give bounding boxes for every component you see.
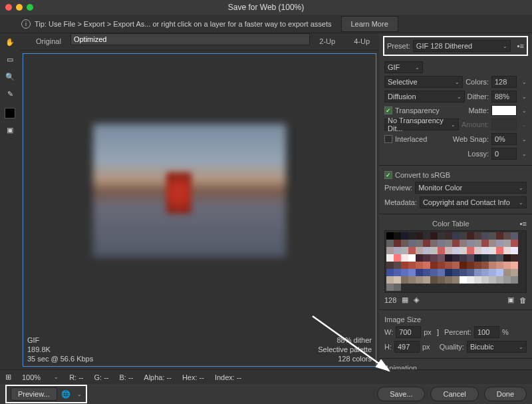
color-swatch[interactable] [438,240,445,247]
color-swatch[interactable] [423,262,430,269]
color-swatch[interactable] [438,269,445,276]
color-swatch[interactable] [386,254,394,262]
color-swatch[interactable] [460,254,467,262]
color-swatch[interactable] [408,262,416,269]
color-swatch[interactable] [445,262,452,269]
color-swatch[interactable] [467,232,474,240]
color-swatch[interactable] [423,232,430,240]
ct-icon[interactable]: ▣ [507,296,514,304]
color-swatch[interactable] [496,247,503,254]
trash-icon[interactable]: 🗑 [519,296,527,304]
color-swatch[interactable] [467,276,474,284]
color-swatch[interactable] [445,254,452,262]
color-swatch[interactable] [452,240,460,247]
color-swatch[interactable] [511,262,518,269]
color-swatch[interactable] [503,276,511,284]
color-swatch[interactable] [474,269,481,276]
color-swatch[interactable] [467,254,474,262]
color-swatch[interactable] [386,276,394,284]
transparency-checkbox[interactable]: ✓ [384,106,392,114]
color-table-menu-icon[interactable]: ▪≡ [520,220,527,228]
color-swatch[interactable] [394,284,401,291]
browser-icon[interactable]: 🌐 [61,390,70,399]
websnap-input[interactable]: 0% [491,133,517,145]
learn-more-button[interactable]: Learn More [341,16,398,32]
preview-canvas[interactable]: GIF 189.8K 35 sec @ 56.6 Kbps 88% dither… [23,53,376,367]
color-swatch[interactable] [481,232,489,240]
color-swatch[interactable] [481,254,489,262]
color-swatch[interactable] [386,247,394,254]
color-swatch[interactable] [408,232,416,240]
color-swatch[interactable] [394,240,401,247]
color-swatch[interactable] [474,232,481,240]
color-swatch[interactable] [467,269,474,276]
color-swatch[interactable] [423,254,430,262]
color-swatch[interactable] [503,232,511,240]
color-swatch[interactable] [496,262,503,269]
color-swatch[interactable] [445,276,452,284]
zoom-tool-icon[interactable]: 🔍 [4,71,16,83]
tab-optimized[interactable]: Optimized [70,33,310,45]
color-swatch[interactable] [460,269,467,276]
color-swatch[interactable] [416,254,423,262]
reduction-select[interactable]: Selective⌄ [384,76,463,88]
color-swatch[interactable] [503,262,511,269]
color-swatch[interactable] [452,269,460,276]
color-swatch[interactable] [401,254,408,262]
slice-tool-icon[interactable]: ▭ [4,53,16,65]
ct-icon[interactable]: ◈ [414,296,419,304]
color-swatch[interactable] [474,262,481,269]
color-swatch[interactable] [460,232,467,240]
color-swatch[interactable] [423,276,430,284]
color-swatch[interactable] [445,240,452,247]
metadata-select[interactable]: Copyright and Contact Info⌄ [420,196,527,208]
color-swatch[interactable] [503,247,511,254]
width-input[interactable]: 700 [396,326,421,338]
color-swatch[interactable] [408,254,416,262]
color-swatch[interactable] [460,247,467,254]
format-select[interactable]: GIF⌄ [384,61,423,73]
color-swatch[interactable] [430,269,438,276]
color-swatch[interactable] [386,240,394,247]
color-swatch[interactable] [496,269,503,276]
color-swatch[interactable] [474,254,481,262]
matte-swatch[interactable] [491,105,517,116]
link-icon[interactable]: ] [437,328,439,336]
color-swatch[interactable] [511,247,518,254]
eyedropper-tool-icon[interactable]: ✎ [4,88,16,100]
color-swatch[interactable] [481,262,489,269]
color-swatch[interactable] [401,232,408,240]
height-input[interactable]: 497 [394,341,420,353]
color-swatch[interactable] [394,247,401,254]
hand-tool-icon[interactable]: ✋ [4,36,16,48]
color-swatch[interactable] [503,240,511,247]
color-swatch[interactable] [511,254,518,262]
color-swatch[interactable] [452,254,460,262]
color-swatch[interactable] [511,276,518,284]
color-swatch[interactable] [386,284,394,291]
zoom-select[interactable]: 100% [22,373,41,381]
color-swatch[interactable] [481,240,489,247]
color-swatch[interactable] [430,276,438,284]
color-swatch[interactable] [430,247,438,254]
color-swatch[interactable] [474,240,481,247]
color-swatch[interactable] [386,262,394,269]
percent-input[interactable]: 100 [474,326,499,338]
color-swatch[interactable] [489,254,496,262]
color-swatch[interactable] [467,240,474,247]
tab-2up[interactable]: 2-Up [310,33,344,50]
color-swatch[interactable] [496,232,503,240]
color-swatch[interactable] [430,262,438,269]
color-swatch[interactable] [489,262,496,269]
color-swatch[interactable] [474,276,481,284]
color-swatch[interactable] [401,247,408,254]
done-button[interactable]: Done [484,387,527,401]
color-swatch[interactable] [416,247,423,254]
color-swatch[interactable] [503,269,511,276]
color-swatch[interactable] [430,254,438,262]
color-swatch[interactable] [5,108,15,118]
color-swatch[interactable] [394,276,401,284]
color-swatch[interactable] [423,269,430,276]
color-swatch[interactable] [452,232,460,240]
color-swatch[interactable] [423,240,430,247]
